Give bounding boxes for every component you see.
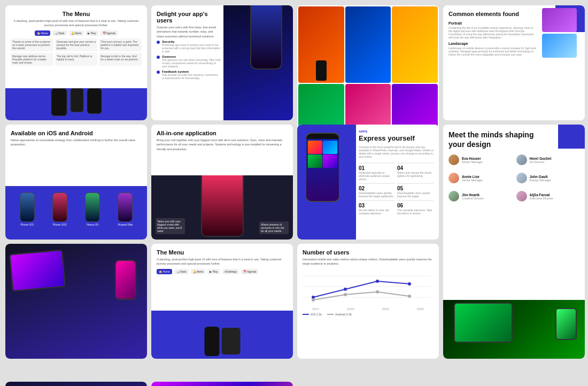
panel-portrait <box>542 8 577 32</box>
menu-phone <box>204 327 219 356</box>
ui-interaction-image <box>151 382 293 386</box>
profile-info-john: John Gault Design Manager <box>530 175 551 182</box>
num-desc: The complete elements. Take the others t… <box>397 209 434 215</box>
svg-point-6 <box>408 282 411 285</box>
card6-title: All-in-one application <box>157 130 288 136</box>
feature-feedback: Feedback system This provide you with fi… <box>157 70 221 80</box>
legend-line-ios <box>303 314 309 315</box>
nav-bar-2: 🏠 Home 📊 Stats 🔔 Alerts ▶ Play ⚙ Setting… <box>157 269 288 274</box>
profile-info-henri: Henri Guchet Art Director <box>530 157 552 164</box>
photo-1 <box>308 141 322 154</box>
role-eva: Senior Manager <box>462 160 483 164</box>
feature-desc: Protecting app users to protect your use… <box>162 43 221 53</box>
blue-bar-2 <box>151 311 293 359</box>
express-body: Canvass is the most powerful tool to let… <box>359 145 434 158</box>
nav-stats[interactable]: 📊 Stats <box>52 30 67 36</box>
nav2-home[interactable]: 🏠 Home <box>157 269 172 274</box>
num-04: 04 Select and choose the closet options … <box>397 163 434 181</box>
phone-purple <box>115 260 136 300</box>
num-label: 05 <box>397 186 434 191</box>
card-meet-minds: Meet the minds shaping your design Eva H… <box>443 125 585 359</box>
card-allinone: All-in-one application Bring your unit t… <box>151 125 293 240</box>
card-customer-exp: Customer Experience Design Why UX matter… <box>5 382 147 386</box>
card2-subtitle: Surprise your users with first-class, fi… <box>157 25 221 38</box>
feature-gestures: Gestures The gestures you use when exerc… <box>157 55 221 68</box>
landscape-title: Landscape <box>448 42 537 45</box>
ios-android-content: Available on iOS and Android Native appr… <box>5 125 147 154</box>
text-box-right-content: Allows streams of accounts in one set fo… <box>261 223 287 233</box>
delight-content: Delight your app's users Surprise your u… <box>151 5 226 87</box>
delight-phone-area <box>223 5 293 120</box>
num-label: 04 <box>397 165 434 171</box>
mini-phone <box>316 60 327 81</box>
nav2-agenda[interactable]: 📅 Agenda <box>241 269 258 274</box>
num-desc: Downloadable users quickly improve the t… <box>397 191 434 198</box>
nav2-play[interactable]: ▶ Play <box>207 269 220 274</box>
nav-alerts[interactable]: 🔔 Alerts <box>69 30 84 36</box>
num-label: 06 <box>397 203 434 209</box>
express-phone-screen <box>306 139 339 202</box>
name-jim: Jim Hoarik <box>462 193 484 197</box>
avatar-annie <box>448 173 459 183</box>
nav2-stats[interactable]: 📊 Stats <box>174 269 189 274</box>
card-users: Number of users Generated mobile and sal… <box>297 244 439 359</box>
phones-row: Phone iOS Phone S/10 Nexus S5 Huawei Eli… <box>5 192 147 226</box>
name-annie: Annie Lise <box>462 175 483 179</box>
nav-play[interactable]: ▶ Play <box>86 30 98 36</box>
profile-annie: Annie Lise Senior Manager <box>448 173 512 183</box>
numbers-grid: 01 Dedicated specially to eliminate audi… <box>359 163 434 215</box>
num-label: 01 <box>359 165 395 171</box>
legend-line-android <box>327 314 334 315</box>
name-eva: Eva Houser <box>462 157 483 160</box>
num-desc: Downloadable users quickly improve the t… <box>359 191 395 198</box>
legend-ios: iOS 2.1k <box>303 313 322 316</box>
svg-point-8 <box>344 293 347 296</box>
chart-legend: iOS 2.1k Android 3.3k <box>303 313 434 316</box>
photo-2 <box>323 141 337 154</box>
row3-extra: Customer Experience Design Why UX matter… <box>0 382 588 386</box>
phone-screen-purple <box>116 261 135 299</box>
phone-item-4: Huawei Elite <box>118 192 133 226</box>
panel-landscape <box>542 34 577 58</box>
card10-title: Number of users <box>303 249 434 256</box>
chart-container: 2017 2018 2019 2020 iOS 2.1k Android 3.3… <box>303 271 434 308</box>
role-john: Design Manager <box>530 179 551 182</box>
green-tablet <box>454 303 513 343</box>
profile-henri: Henri Guchet Art Director <box>516 155 580 165</box>
feature-desc: The gestures you use when exercising. Ta… <box>162 58 221 68</box>
allinone-content: All-in-one application Bring your unit t… <box>151 125 293 158</box>
photo-4 <box>323 155 337 168</box>
nav-agenda[interactable]: 📅 Agenda <box>100 30 118 36</box>
avatar-jim <box>448 191 459 202</box>
year-2017: 2017 <box>312 307 319 311</box>
phone-screen-allinone <box>202 175 243 236</box>
num-03: 03 Set the others to new, the complete e… <box>359 200 395 215</box>
users-content: Number of users Generated mobile and sal… <box>297 244 439 313</box>
phone-label-4: Huawei Elite <box>118 223 133 226</box>
feature-desc: This provide you with first reactions, c… <box>162 73 221 80</box>
num-label: 03 <box>359 203 395 209</box>
num-05: 05 Downloadable users quickly improve th… <box>397 183 434 198</box>
role-annie: Senior Manager <box>462 179 483 182</box>
portrait-desc: Combining the line is an incredible uniq… <box>448 26 537 39</box>
legend-ios-label: iOS 2.1k <box>311 313 322 316</box>
card-purple-devices <box>5 244 147 359</box>
text-box-left-content: Takes you with your biggest crowd with w… <box>157 220 183 233</box>
photo-3 <box>308 155 322 168</box>
nav-home[interactable]: 🏠 Home <box>35 30 50 36</box>
phone-item-1: Phone iOS <box>20 192 35 226</box>
accent-square <box>558 125 585 149</box>
spacer <box>297 382 439 386</box>
num-desc: Dedicated specially to eliminate audienc… <box>359 171 395 181</box>
phones-row-2 <box>204 327 240 356</box>
num-label: 02 <box>359 186 395 191</box>
mini-photo-grid <box>306 139 339 169</box>
express-blue-panel <box>297 125 356 240</box>
phone-item-3: Nexus S5 <box>85 192 100 226</box>
portrait-title: Portrait <box>448 21 537 25</box>
nav2-settings[interactable]: ⚙ Settings <box>222 269 239 274</box>
tablet-purple <box>9 250 66 291</box>
avatar-john <box>516 173 527 183</box>
nav2-alerts[interactable]: 🔔 Alerts <box>191 269 206 274</box>
green-phone-screen <box>556 309 576 339</box>
